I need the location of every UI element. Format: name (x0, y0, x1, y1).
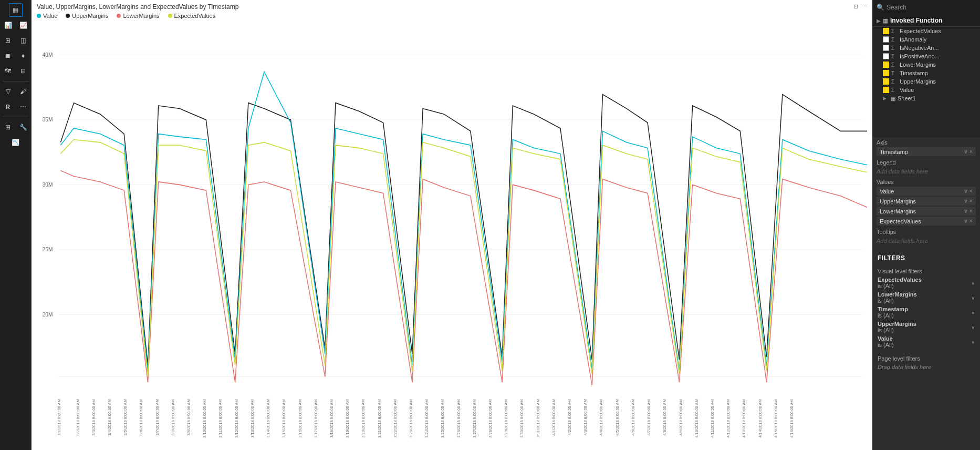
tool-btn-analytics[interactable]: 📉 (9, 136, 23, 149)
filter-value-lowermargins: is (All) (878, 298, 917, 304)
field-checkbox-uppermargins[interactable]: ✓ (883, 78, 889, 85)
tool-btn-paint[interactable]: 🔧 (16, 120, 30, 134)
svg-text:3/1/2018 8:00:00 AM: 3/1/2018 8:00:00 AM (57, 399, 62, 435)
visual-level-label: Visual level filters (872, 266, 980, 275)
fm-lowermargins-field: LowerMargins ∨ × (877, 207, 976, 216)
tool-btn-1[interactable]: 📊 (1, 18, 15, 32)
filter-value-header[interactable]: Value is (All) ∨ (878, 335, 975, 348)
field-checkbox-isnegative[interactable] (883, 45, 889, 51)
field-item-ispositive[interactable]: Σ IsPositiveAno... (872, 52, 980, 60)
svg-text:3/20/2018 8:00:00 AM: 3/20/2018 8:00:00 AM (361, 399, 366, 437)
svg-text:4/3/2018 8:00:00 AM: 4/3/2018 8:00:00 AM (583, 399, 588, 435)
svg-text:4/9/2018 8:00:00 AM: 4/9/2018 8:00:00 AM (679, 399, 683, 435)
tool-btn-r[interactable]: R (1, 100, 15, 114)
invoked-function-header: ▶ ▦ Invoked Function (872, 15, 980, 27)
filter-chevron-expectedvalues: ∨ (971, 280, 975, 286)
tool-btn-filter[interactable]: ▽ (1, 85, 15, 98)
field-type-value: Σ (891, 87, 898, 93)
svg-text:3/3/2018 8:00:00 AM: 3/3/2018 8:00:00 AM (91, 399, 96, 435)
search-icon: 🔍 (877, 4, 884, 11)
field-item-value[interactable]: ✓ Σ Value (872, 86, 980, 94)
svg-text:3/26/2018 8:00:00 AM: 3/26/2018 8:00:00 AM (456, 399, 461, 437)
tool-btn-more[interactable]: ⋯ (16, 100, 30, 114)
toolbar-row-1: ▦ (9, 3, 23, 17)
chart-controls: ⊡ ⋯ (853, 3, 867, 10)
filter-value-uppermargins: is (All) (878, 327, 916, 333)
field-item-timestamp[interactable]: ✓ T Timestamp (872, 69, 980, 77)
field-checkbox-isanomaly[interactable] (883, 36, 889, 43)
filter-lowermargins-header[interactable]: LowerMargins is (All) ∨ (878, 291, 975, 304)
svg-text:35M: 35M (43, 117, 53, 122)
expand-icon[interactable]: ▶ (877, 18, 881, 24)
filters-header: FILTERS (872, 250, 980, 266)
fm-value-remove[interactable]: ∨ × (964, 188, 973, 195)
fm-lowermargins-remove[interactable]: ∨ × (964, 208, 973, 214)
svg-text:3/31/2018 8:00:00 AM: 3/31/2018 8:00:00 AM (536, 399, 540, 437)
search-input[interactable] (887, 4, 976, 11)
fm-expectedvalues-remove[interactable]: ∨ × (964, 218, 973, 224)
filter-timestamp: Timestamp is (All) ∨ (872, 305, 980, 320)
svg-text:3/16/2018 8:00:00 AM: 3/16/2018 8:00:00 AM (298, 399, 303, 437)
svg-text:3/9/2018 8:00:00 AM: 3/9/2018 8:00:00 AM (186, 399, 191, 435)
svg-text:3/23/2018 8:00:00 AM: 3/23/2018 8:00:00 AM (409, 399, 413, 437)
legend-label-value: Value (43, 13, 57, 19)
field-item-expectedvalues[interactable]: ✓ Σ ExpectedValues (872, 27, 980, 35)
field-mapping: Axis Timestamp ∨ × Legend Add data field… (872, 137, 980, 250)
fm-uppermargins-remove[interactable]: ∨ × (964, 198, 973, 204)
chart-expand-icon[interactable]: ⊡ (853, 3, 858, 10)
chart-legend: Value UpperMargins LowerMargins Expected… (32, 12, 872, 21)
tool-btn-5[interactable]: ≣ (1, 49, 15, 63)
field-checkbox-timestamp[interactable]: ✓ (883, 70, 889, 76)
fm-uppermargins-name: UpperMargins (880, 198, 916, 204)
tool-btn-8[interactable]: ⊟ (16, 64, 30, 78)
field-name-expectedvalues: ExpectedValues (900, 28, 941, 34)
filter-timestamp-header[interactable]: Timestamp is (All) ∨ (878, 306, 975, 319)
chart-header: Value, UpperMargins, LowerMargins and Ex… (32, 0, 872, 12)
svg-text:3/15/2018 8:00:00 AM: 3/15/2018 8:00:00 AM (282, 399, 287, 437)
viz-area: Axis Timestamp ∨ × Legend Add data field… (872, 137, 980, 250)
field-item-uppermargins[interactable]: ✓ Σ UpperMargins (872, 77, 980, 86)
legend-dot-value (37, 14, 41, 18)
svg-text:3/18/2018 8:00:00 AM: 3/18/2018 8:00:00 AM (329, 399, 334, 437)
filter-expectedvalues: ExpectedValues is (All) ∨ (872, 275, 980, 290)
field-type-lowermargins: Σ (891, 62, 898, 68)
field-item-isnegative[interactable]: Σ IsNegativeAn... (872, 44, 980, 52)
field-item-lowermargins[interactable]: ✓ Σ LowerMargins (872, 60, 980, 69)
tool-btn-grid[interactable]: ⊞ (1, 120, 15, 134)
filter-value-timestamp: is (All) (878, 312, 908, 319)
field-checkbox-lowermargins[interactable]: ✓ (883, 62, 889, 68)
toolbar-row-9: 📉 (9, 136, 23, 149)
svg-text:3/7/2018 8:00:00 AM: 3/7/2018 8:00:00 AM (155, 399, 160, 435)
field-type-isnegative: Σ (891, 45, 898, 51)
field-expand-sheet1[interactable]: ▶ (883, 96, 887, 101)
svg-text:4/8/2018 8:00:00 AM: 4/8/2018 8:00:00 AM (663, 399, 668, 435)
search-section: 🔍 (872, 0, 980, 15)
svg-text:4/12/2018 8:00:00 AM: 4/12/2018 8:00:00 AM (726, 399, 731, 437)
field-item-isanomaly[interactable]: Σ IsAnomaly (872, 35, 980, 44)
filter-expectedvalues-header[interactable]: ExpectedValues is (All) ∨ (878, 277, 975, 289)
svg-text:4/5/2018 8:00:00 AM: 4/5/2018 8:00:00 AM (615, 399, 620, 435)
fm-axis-dropdown[interactable]: ∨ × (964, 148, 973, 155)
field-name-value: Value (900, 87, 914, 93)
svg-text:3/29/2018 8:00:00 AM: 3/29/2018 8:00:00 AM (504, 399, 508, 437)
field-checkbox-ispositive[interactable] (883, 53, 889, 59)
field-item-sheet1[interactable]: ▶ ▦ Sheet1 (872, 94, 980, 103)
chart-more-icon[interactable]: ⋯ (861, 3, 867, 10)
field-checkbox-value[interactable]: ✓ (883, 87, 889, 93)
tool-btn-6[interactable]: ♦ (16, 49, 30, 63)
svg-text:3/4/2018 8:00:00 AM: 3/4/2018 8:00:00 AM (107, 399, 112, 435)
tool-btn-format[interactable]: 🖌 (16, 85, 30, 98)
tool-btn-2[interactable]: 📈 (16, 18, 30, 32)
field-name-lowermargins: LowerMargins (900, 62, 936, 68)
fm-axis-label: Axis (877, 139, 976, 146)
tool-btn-7[interactable]: 🗺 (1, 64, 15, 78)
svg-text:4/10/2018 8:00:00 AM: 4/10/2018 8:00:00 AM (694, 399, 699, 437)
filter-uppermargins-header[interactable]: UpperMargins is (All) ∨ (878, 321, 975, 333)
tool-btn-3[interactable]: ⊞ (1, 34, 15, 47)
svg-text:3/11/2018 8:00:00 AM: 3/11/2018 8:00:00 AM (218, 399, 223, 437)
field-checkbox-expectedvalues[interactable]: ✓ (883, 28, 889, 34)
chart-type-bar[interactable]: ▦ (9, 3, 23, 17)
legend-label-lower: LowerMargins (123, 13, 159, 19)
svg-text:4/2/2018 8:00:00 AM: 4/2/2018 8:00:00 AM (567, 399, 572, 435)
tool-btn-4[interactable]: ◫ (16, 34, 30, 47)
